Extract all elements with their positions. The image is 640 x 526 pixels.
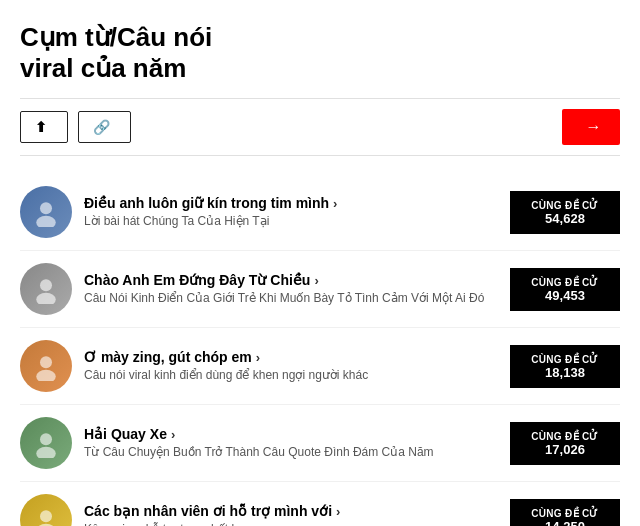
vote-count: 14,250 xyxy=(522,519,608,526)
vote-label: CÙNG ĐỀ CỬ xyxy=(531,508,598,519)
item-title: Các bạn nhân viên ơi hỗ trợ mình với › xyxy=(84,503,498,519)
avatar xyxy=(20,340,72,392)
item-content: Hải Quay Xe › Từ Câu Chuyện Buồn Trở Thà… xyxy=(84,426,498,461)
item-desc: Kêu gọi sự hỗ trợ trong bất lực xyxy=(84,522,498,526)
list-item: Ơ mày zing, gút chóp em › Câu nói viral … xyxy=(20,328,620,405)
chevron-icon: › xyxy=(314,273,318,288)
items-list: Điều anh luôn giữ kín trong tim mình › L… xyxy=(20,174,620,526)
list-item: Hải Quay Xe › Từ Câu Chuyện Buồn Trở Thà… xyxy=(20,405,620,482)
item-desc: Lời bài hát Chúng Ta Của Hiện Tại xyxy=(84,214,498,230)
list-item: Các bạn nhân viên ơi hỗ trợ mình với › K… xyxy=(20,482,620,526)
svg-point-8 xyxy=(40,511,52,523)
item-desc: Câu nói viral kinh điển dùng để khen ngợ… xyxy=(84,368,498,384)
item-desc: Từ Câu Chuyện Buồn Trở Thành Câu Quote Đ… xyxy=(84,445,498,461)
vote-count: 17,026 xyxy=(522,442,608,457)
avatar xyxy=(20,263,72,315)
action-row: ⬆ 🔗 → xyxy=(20,98,620,156)
arrow-icon: → xyxy=(586,118,603,136)
vote-button[interactable]: CÙNG ĐỀ CỬ 17,026 xyxy=(510,422,620,465)
item-desc: Câu Nói Kinh Điển Của Giới Trẻ Khi Muốn … xyxy=(84,291,498,307)
action-left: ⬆ 🔗 xyxy=(20,111,131,143)
svg-point-7 xyxy=(36,447,56,458)
item-title: Điều anh luôn giữ kín trong tim mình › xyxy=(84,195,498,211)
item-content: Điều anh luôn giữ kín trong tim mình › L… xyxy=(84,195,498,230)
svg-point-1 xyxy=(36,216,56,227)
item-title-text: Các bạn nhân viên ơi hỗ trợ mình với xyxy=(84,503,332,519)
vote-label: CÙNG ĐỀ CỬ xyxy=(531,354,598,365)
copy-button[interactable]: 🔗 xyxy=(78,111,131,143)
avatar xyxy=(20,494,72,526)
item-title-text: Chào Anh Em Đứng Đây Từ Chiều xyxy=(84,272,310,288)
vote-label: CÙNG ĐỀ CỬ xyxy=(531,431,598,442)
item-title-text: Ơ mày zing, gút chóp em xyxy=(84,349,252,365)
share-icon: ⬆ xyxy=(35,119,47,135)
svg-point-3 xyxy=(36,293,56,304)
title-block: Cụm từ/Câu nóiviral của năm xyxy=(20,22,212,84)
list-item: Điều anh luôn giữ kín trong tim mình › L… xyxy=(20,174,620,251)
avatar xyxy=(20,417,72,469)
vote-label: CÙNG ĐỀ CỬ xyxy=(531,200,598,211)
vote-count: 54,628 xyxy=(522,211,608,226)
chevron-icon: › xyxy=(333,196,337,211)
copy-icon: 🔗 xyxy=(93,119,110,135)
item-title: Chào Anh Em Đứng Đây Từ Chiều › xyxy=(84,272,498,288)
item-content: Các bạn nhân viên ơi hỗ trợ mình với › K… xyxy=(84,503,498,526)
item-title: Hải Quay Xe › xyxy=(84,426,498,442)
item-title: Ơ mày zing, gút chóp em › xyxy=(84,349,498,365)
list-item: Chào Anh Em Đứng Đây Từ Chiều › Câu Nói … xyxy=(20,251,620,328)
svg-point-0 xyxy=(40,203,52,215)
svg-point-4 xyxy=(40,357,52,369)
vote-count: 18,138 xyxy=(522,365,608,380)
vote-button[interactable]: CÙNG ĐỀ CỬ 18,138 xyxy=(510,345,620,388)
vote-button[interactable]: CÙNG ĐỀ CỬ 49,453 xyxy=(510,268,620,311)
share-button[interactable]: ⬆ xyxy=(20,111,68,143)
item-title-text: Hải Quay Xe xyxy=(84,426,167,442)
vote-button[interactable]: CÙNG ĐỀ CỬ 54,628 xyxy=(510,191,620,234)
main-title: Cụm từ/Câu nóiviral của năm xyxy=(20,22,212,84)
vote-button[interactable]: CÙNG ĐỀ CỬ 14,250 xyxy=(510,499,620,526)
item-content: Chào Anh Em Đứng Đây Từ Chiều › Câu Nói … xyxy=(84,272,498,307)
chevron-icon: › xyxy=(256,350,260,365)
vote-label: CÙNG ĐỀ CỬ xyxy=(531,277,598,288)
svg-point-5 xyxy=(36,370,56,381)
svg-point-2 xyxy=(40,280,52,292)
chevron-icon: › xyxy=(336,504,340,519)
item-content: Ơ mày zing, gút chóp em › Câu nói viral … xyxy=(84,349,498,384)
page-container: Cụm từ/Câu nóiviral của năm ⬆ 🔗 → xyxy=(0,0,640,526)
svg-point-6 xyxy=(40,434,52,446)
submit-button[interactable]: → xyxy=(562,109,621,145)
header-row: Cụm từ/Câu nóiviral của năm xyxy=(20,22,620,84)
item-title-text: Điều anh luôn giữ kín trong tim mình xyxy=(84,195,329,211)
avatar xyxy=(20,186,72,238)
chevron-icon: › xyxy=(171,427,175,442)
vote-count: 49,453 xyxy=(522,288,608,303)
